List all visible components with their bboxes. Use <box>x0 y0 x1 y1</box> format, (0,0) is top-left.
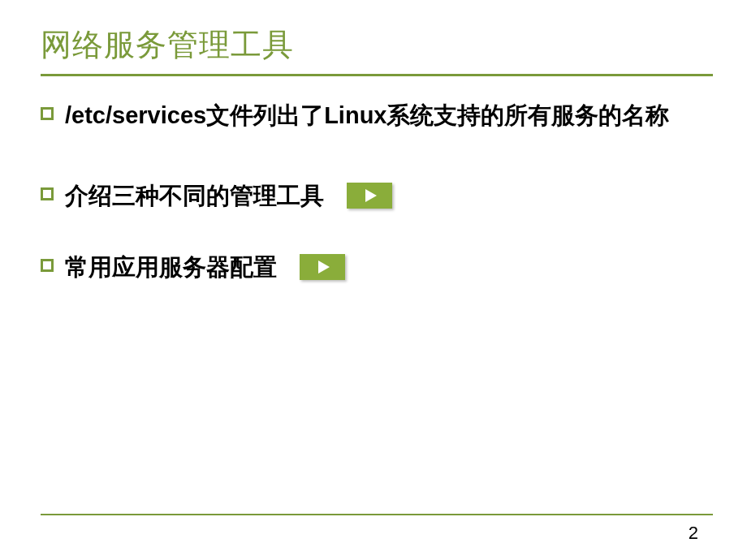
title-underline <box>41 74 713 76</box>
play-icon <box>318 261 330 274</box>
footer-line <box>41 514 713 515</box>
page-number: 2 <box>689 523 698 544</box>
bullet-item-3: 常用应用服务器配置 <box>41 251 706 284</box>
slide-title: 网络服务管理工具 <box>41 24 706 66</box>
bullet-item-2: 介绍三种不同的管理工具 <box>41 179 706 213</box>
bullet-text-2: 介绍三种不同的管理工具 <box>65 179 324 213</box>
bullet-item-1: /etc/services文件列出了Linux系统支持的所有服务的名称 <box>41 99 706 132</box>
content-area: /etc/services文件列出了Linux系统支持的所有服务的名称 介绍三种… <box>41 99 706 284</box>
bullet-text-1: /etc/services文件列出了Linux系统支持的所有服务的名称 <box>65 99 669 132</box>
slide-container: 网络服务管理工具 /etc/services文件列出了Linux系统支持的所有服… <box>0 0 747 560</box>
play-button-1[interactable] <box>347 183 392 209</box>
bullet-row-3: 常用应用服务器配置 <box>65 251 345 284</box>
play-button-2[interactable] <box>300 254 345 280</box>
bullet-marker-icon <box>41 107 54 120</box>
bullet-row-2: 介绍三种不同的管理工具 <box>65 179 392 213</box>
bullet-marker-icon <box>41 259 54 272</box>
bullet-text-3: 常用应用服务器配置 <box>65 251 277 284</box>
bullet-marker-icon <box>41 187 54 200</box>
play-icon <box>365 189 377 202</box>
